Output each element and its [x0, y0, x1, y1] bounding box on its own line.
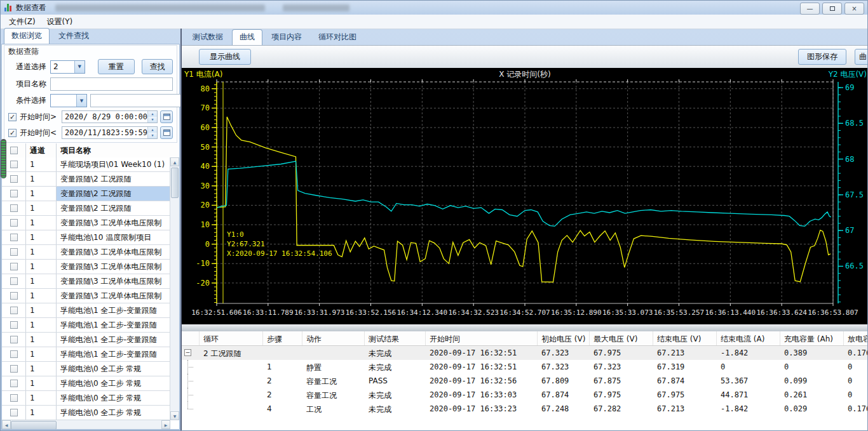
- project-row[interactable]: 1孚能电池\1 全工步-变量跟随: [2, 318, 170, 333]
- project-row[interactable]: 1孚能电池\0 全工步 常规: [2, 376, 170, 391]
- row-checkbox[interactable]: [2, 333, 26, 347]
- project-row[interactable]: 1变量跟随\3 工况单体电压限制: [2, 260, 170, 274]
- row-checkbox[interactable]: [2, 406, 26, 420]
- project-name-cell[interactable]: 变量跟随\3 工况单体电压限制: [57, 260, 170, 274]
- scroll-left-icon[interactable]: ◀: [2, 420, 11, 429]
- scroll-up-icon[interactable]: ▲: [170, 157, 179, 166]
- project-row[interactable]: 1孚能电池\1 全工步-变量跟随: [2, 347, 170, 362]
- project-row[interactable]: 1孚能电池\0 全工步 常规: [2, 406, 170, 420]
- project-name-cell[interactable]: 孚能现场项目\01 Week10 (1): [57, 157, 170, 171]
- tab-curve[interactable]: 曲线: [232, 29, 262, 45]
- row-checkbox[interactable]: [2, 230, 26, 244]
- row-checkbox[interactable]: [2, 289, 26, 303]
- reset-button[interactable]: 重置: [98, 59, 135, 74]
- restore-button[interactable]: [822, 3, 842, 15]
- horizontal-scrollbar[interactable]: ◀ ▶: [2, 420, 170, 429]
- column-header[interactable]: 步骤: [263, 331, 302, 345]
- project-name-cell[interactable]: 孚能电池\10 温度限制项目: [57, 230, 170, 244]
- column-header[interactable]: 动作: [302, 331, 365, 345]
- column-header[interactable]: 循环: [200, 331, 263, 345]
- tab-file-search[interactable]: 文件查找: [51, 28, 97, 44]
- datetime-spinner[interactable]: ▲▼: [147, 111, 157, 123]
- project-name-cell[interactable]: 变量跟随\2 工况跟随: [57, 201, 170, 215]
- project-row[interactable]: 1变量跟随\2 工况跟随: [2, 172, 170, 187]
- column-header[interactable]: 结束电流 (A): [717, 331, 780, 345]
- column-header[interactable]: 充电容量 (Ah): [780, 331, 844, 345]
- search-button[interactable]: 查找: [142, 59, 173, 74]
- row-checkbox[interactable]: [2, 347, 26, 361]
- tab-data-browse[interactable]: 数据浏览: [4, 28, 50, 44]
- project-row[interactable]: 1孚能电池\0 全工步 常规: [2, 391, 170, 406]
- project-name-cell[interactable]: 孚能电池\1 全工步-变量跟随: [57, 303, 170, 317]
- project-name-cell[interactable]: 变量跟随\3 工况单体电压限制: [57, 274, 170, 288]
- project-row[interactable]: 1变量跟随\3 工况单体电压限制: [2, 245, 170, 260]
- project-row[interactable]: 1孚能电池\1 全工步-变量跟随: [2, 303, 170, 318]
- row-checkbox[interactable]: [2, 362, 26, 376]
- project-row[interactable]: 1孚能电池\0 全工步 常规: [2, 362, 170, 376]
- start-after-datetime[interactable]: 2020/ 8/29 0:00:00 ▲▼: [62, 110, 158, 123]
- project-name-cell[interactable]: 孚能电池\1 全工步-变量跟随: [57, 347, 170, 361]
- result-row[interactable]: −2 工况跟随未完成2020-09-17 16:32:5167.32367.97…: [182, 346, 867, 360]
- project-name-cell[interactable]: 孚能电池\1 全工步-变量跟随: [57, 333, 170, 347]
- project-name-cell[interactable]: 变量跟随\3 工况单体电压限制: [57, 289, 170, 303]
- scroll-down-icon[interactable]: ▼: [170, 411, 179, 420]
- close-button[interactable]: ×: [844, 3, 864, 15]
- channel-select[interactable]: 2 ▼: [50, 60, 85, 74]
- scrollbar-thumb[interactable]: [11, 421, 57, 429]
- result-row[interactable]: 2容量工况PASS2020-09-17 16:32:5667.80967.875…: [182, 374, 867, 388]
- show-curve-button[interactable]: 显示曲线: [199, 49, 251, 65]
- tree-collapse-icon[interactable]: −: [184, 349, 191, 356]
- project-name-cell[interactable]: 孚能电池\0 全工步 常规: [57, 376, 170, 390]
- datetime-spinner[interactable]: ▲▼: [147, 127, 157, 138]
- row-checkbox[interactable]: [2, 187, 26, 201]
- curve-chart-area[interactable]: 80706050403020100-10-206968.56867.56766.…: [182, 68, 867, 324]
- calendar-button[interactable]: [160, 126, 173, 139]
- column-header[interactable]: 开始时间: [426, 331, 538, 345]
- menu-settings[interactable]: 设置(Y): [41, 15, 79, 29]
- scroll-right-icon[interactable]: ▶: [161, 420, 170, 429]
- project-row[interactable]: 1变量跟随\3 工况单体电压限制: [2, 274, 170, 289]
- tab-project-content[interactable]: 项目内容: [264, 29, 309, 45]
- row-checkbox[interactable]: [2, 391, 26, 405]
- result-row[interactable]: 2容量工况未完成2020-09-17 16:33:0367.87467.9756…: [182, 388, 867, 402]
- project-row[interactable]: 1孚能电池\10 温度限制项目: [2, 230, 170, 245]
- project-row[interactable]: 1孚能现场项目\01 Week10 (1): [2, 157, 170, 172]
- project-name-cell[interactable]: 变量跟随\3 工况单体电压限制: [57, 245, 170, 259]
- column-header[interactable]: 放电容量 (Ah): [844, 331, 867, 345]
- project-row[interactable]: 1孚能电池\1 全工步-变量跟随: [2, 333, 170, 347]
- row-checkbox[interactable]: [2, 260, 26, 274]
- start-after-checkbox[interactable]: ✓: [8, 113, 17, 121]
- splitter-grip[interactable]: [1, 139, 6, 178]
- result-row[interactable]: 1静置未完成2020-09-17 16:32:5167.32367.32367.…: [182, 360, 867, 374]
- project-row[interactable]: 1变量跟随\3 工况单体电压限制: [2, 216, 170, 230]
- calendar-button[interactable]: [160, 110, 173, 123]
- row-checkbox[interactable]: [2, 376, 26, 390]
- save-graph-button[interactable]: 图形保存: [798, 49, 846, 65]
- scrollbar-thumb[interactable]: [171, 168, 179, 198]
- project-name-input[interactable]: [50, 77, 173, 91]
- column-header[interactable]: 测试结果: [365, 331, 426, 345]
- result-row[interactable]: 4工况未完成2020-09-17 16:33:2367.24867.28267.…: [182, 402, 867, 416]
- start-before-checkbox[interactable]: ✓: [8, 129, 17, 137]
- start-before-datetime[interactable]: 2020/11/18 23:59:59 ▲▼: [62, 126, 158, 139]
- project-name-cell[interactable]: 变量跟随\2 工况跟随: [57, 187, 170, 201]
- project-row[interactable]: 1变量跟随\2 工况跟随: [2, 201, 170, 216]
- column-header[interactable]: 最大电压 (V): [590, 331, 653, 345]
- row-checkbox[interactable]: [2, 216, 26, 230]
- row-checkbox[interactable]: [2, 303, 26, 317]
- project-row[interactable]: 1变量跟随\3 工况单体电压限制: [2, 289, 170, 303]
- project-name-cell[interactable]: 孚能电池\0 全工步 常规: [57, 362, 170, 376]
- tab-cycle-compare[interactable]: 循环对比图: [311, 29, 364, 45]
- project-name-cell[interactable]: 变量跟随\2 工况跟随: [57, 172, 170, 186]
- minimize-button[interactable]: —: [800, 3, 820, 15]
- title-bar[interactable]: 数据查看 — ×: [1, 1, 867, 15]
- vertical-scrollbar[interactable]: ▲ ▼: [170, 157, 179, 420]
- chevron-down-icon[interactable]: ▼: [74, 61, 85, 73]
- project-row[interactable]: 1变量跟随\2 工况跟随: [2, 187, 170, 201]
- menu-file[interactable]: 文件(Z): [3, 15, 41, 29]
- condition-select[interactable]: ▼: [50, 94, 87, 107]
- chevron-down-icon[interactable]: ▼: [76, 95, 86, 107]
- row-checkbox[interactable]: [2, 245, 26, 259]
- project-name-cell[interactable]: 变量跟随\3 工况单体电压限制: [57, 216, 170, 230]
- project-name-cell[interactable]: 孚能电池\0 全工步 常规: [57, 391, 170, 405]
